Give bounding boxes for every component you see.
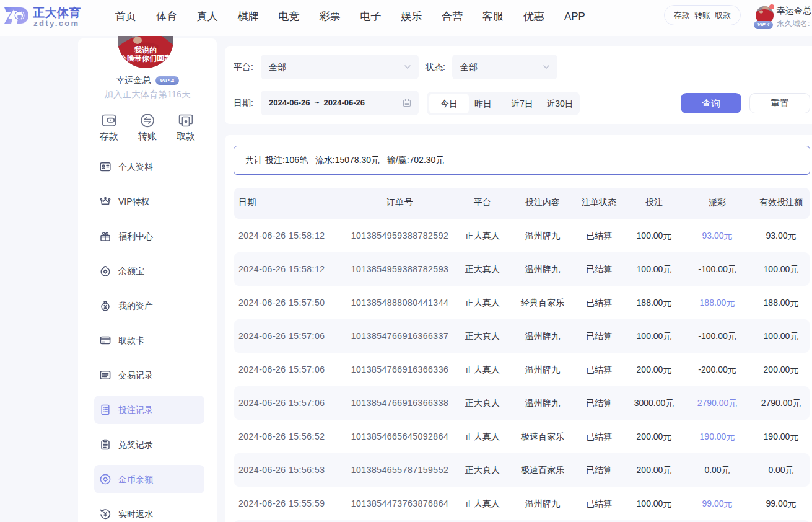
svg-text:我说的: 我说的 xyxy=(134,46,157,55)
svg-text:今晚带你们回家: 今晚带你们回家 xyxy=(119,54,172,63)
